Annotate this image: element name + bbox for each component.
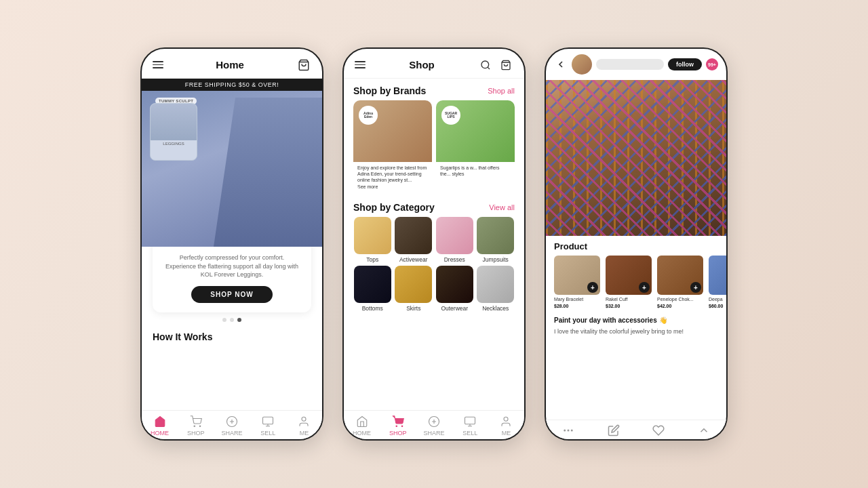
penelope-add[interactable]: + bbox=[690, 282, 701, 293]
category-bottoms[interactable]: Bottoms bbox=[353, 266, 392, 312]
brands-list: AdinaEden Enjoy and explore the latest f… bbox=[344, 100, 524, 195]
skirts-img bbox=[395, 266, 432, 303]
cart-icon[interactable] bbox=[296, 58, 311, 73]
svg-point-9 bbox=[302, 417, 306, 421]
profile-content: Product + Mary Bracelet $28.00 + Rakel C… bbox=[546, 80, 726, 420]
brand-card-adina[interactable]: AdinaEden Enjoy and explore the latest f… bbox=[353, 100, 432, 188]
activewear-label: Activewear bbox=[399, 256, 428, 263]
nav-sell[interactable]: SELL bbox=[250, 415, 286, 436]
product-mary-bracelet[interactable]: + Mary Bracelet $28.00 bbox=[554, 256, 600, 308]
svg-point-14 bbox=[401, 426, 403, 427]
category-tops[interactable]: Tops bbox=[353, 217, 392, 263]
profile-bottom-nav bbox=[546, 420, 726, 439]
product-penelope[interactable]: + Penelope Chok... $42.00 bbox=[657, 256, 703, 308]
home-topbar: Home bbox=[142, 49, 322, 79]
category-skirts[interactable]: Skirts bbox=[395, 266, 433, 312]
brand-logo-adina: AdinaEden bbox=[359, 106, 378, 125]
mary-bracelet-price: $28.00 bbox=[554, 304, 600, 308]
notification-badge[interactable]: 99+ bbox=[706, 58, 718, 70]
category-header: Shop by Category View all bbox=[344, 195, 524, 217]
shop-me-nav-icon bbox=[499, 415, 513, 428]
nav-home[interactable]: HOME bbox=[142, 415, 178, 436]
dot-1[interactable] bbox=[222, 318, 226, 322]
penelope-name: Penelope Chok... bbox=[657, 297, 703, 302]
hero-small-card[interactable]: LEGGINGS bbox=[150, 103, 197, 161]
category-jumpsuits[interactable]: Jumpsuits bbox=[477, 217, 515, 263]
nav-shop-label: SHOP bbox=[187, 430, 205, 436]
shop-nav-sell[interactable]: SELL bbox=[452, 415, 488, 436]
deepa-img: + bbox=[709, 256, 726, 295]
shop-nav-share-label: SHARE bbox=[424, 430, 445, 436]
necklaces-label: Necklaces bbox=[482, 305, 509, 312]
shop-home-nav-icon bbox=[355, 415, 369, 428]
search-icon[interactable] bbox=[478, 58, 493, 73]
edit-button[interactable] bbox=[591, 424, 637, 436]
brands-header: Shop by Brands Shop all bbox=[344, 79, 524, 100]
nav-sell-label: SELL bbox=[260, 430, 275, 436]
profile-avatar[interactable] bbox=[572, 54, 592, 75]
jumpsuits-label: Jumpsuits bbox=[483, 256, 509, 263]
nav-me[interactable]: ME bbox=[286, 415, 322, 436]
back-button[interactable] bbox=[554, 58, 568, 71]
top-button[interactable] bbox=[682, 424, 727, 436]
penelope-img: + bbox=[657, 256, 703, 295]
mary-bracelet-add[interactable]: + bbox=[587, 282, 598, 293]
see-more-adina[interactable]: See more bbox=[353, 184, 432, 188]
category-activewear[interactable]: Activewear bbox=[395, 217, 433, 263]
nav-shop[interactable]: SHOP bbox=[178, 415, 214, 436]
penelope-price: $42.00 bbox=[657, 304, 703, 308]
category-view-all[interactable]: View all bbox=[489, 203, 515, 211]
nav-share-label: SHARE bbox=[222, 430, 243, 436]
skirts-label: Skirts bbox=[406, 305, 420, 312]
shop-nav-share[interactable]: SHARE bbox=[416, 415, 452, 436]
svg-point-22 bbox=[564, 430, 566, 432]
nav-share[interactable]: SHARE bbox=[214, 415, 250, 436]
shop-nav-sell-label: SELL bbox=[462, 430, 477, 436]
brand-card-sugarlips[interactable]: SUGARLIPS Sugarlips is a w... that offer… bbox=[436, 100, 515, 188]
shop-shop-nav-icon bbox=[391, 415, 405, 428]
sell-nav-icon bbox=[261, 415, 275, 428]
menu-icon[interactable] bbox=[153, 61, 163, 68]
brand-desc-sugarlips: Sugarlips is a w... that offers the... s… bbox=[436, 162, 515, 178]
phone-shop: Shop Shop by Brands Shop all bbox=[342, 47, 526, 441]
post-text: Paint your day with accessories 👋 bbox=[546, 314, 726, 327]
brand-logo-sugarlips: SUGARLIPS bbox=[441, 106, 460, 125]
shop-nav-me[interactable]: ME bbox=[488, 415, 524, 436]
category-outerwear[interactable]: Outerwear bbox=[435, 266, 474, 312]
shop-nav-home[interactable]: HOME bbox=[344, 415, 380, 436]
hero-bg: TUMMY SCULPT LEGGINGS KOL FOREVER bbox=[142, 91, 322, 247]
rakel-cuff-add[interactable]: + bbox=[639, 282, 650, 293]
shop-nav-home-label: HOME bbox=[353, 430, 371, 436]
dot-2[interactable] bbox=[230, 318, 234, 322]
brands-shop-all[interactable]: Shop all bbox=[488, 87, 515, 95]
more-button[interactable] bbox=[546, 424, 591, 436]
rakel-cuff-price: $32.00 bbox=[606, 304, 652, 308]
shop-nav-icon bbox=[189, 415, 203, 428]
product-list: + Mary Bracelet $28.00 + Rakel Cuff $32.… bbox=[546, 256, 726, 314]
svg-line-11 bbox=[488, 67, 490, 69]
rakel-cuff-name: Rakel Cuff bbox=[606, 297, 652, 302]
tops-label: Tops bbox=[366, 256, 378, 263]
dot-3[interactable] bbox=[237, 318, 241, 322]
profile-name-bar bbox=[596, 59, 664, 70]
follow-button[interactable]: follow bbox=[668, 58, 702, 70]
hero-small-img bbox=[151, 104, 197, 140]
shop-nav-shop[interactable]: SHOP bbox=[380, 415, 416, 436]
category-dresses[interactable]: Dresses bbox=[435, 217, 474, 263]
hero-section: TUMMY SCULPT LEGGINGS KOL FOREVER bbox=[142, 91, 322, 247]
product-deepa[interactable]: + Deepa $60.00 bbox=[709, 256, 726, 308]
like-button[interactable] bbox=[636, 424, 682, 436]
shop-cart-icon[interactable] bbox=[498, 58, 513, 73]
category-necklaces[interactable]: Necklaces bbox=[477, 266, 515, 312]
brand-desc-adina: Enjoy and explore the latest from Adina … bbox=[353, 162, 432, 184]
product-rakel-cuff[interactable]: + Rakel Cuff $32.00 bbox=[606, 256, 652, 308]
jumpsuits-img bbox=[477, 217, 514, 254]
how-it-works-heading: How It Works bbox=[142, 325, 322, 345]
svg-point-13 bbox=[396, 426, 397, 427]
hero-figure bbox=[214, 98, 322, 247]
svg-point-24 bbox=[571, 430, 573, 432]
home-title: Home bbox=[216, 59, 244, 70]
shop-menu-icon[interactable] bbox=[355, 61, 366, 68]
activewear-img bbox=[395, 217, 432, 254]
shop-now-button[interactable]: SHOP NOW bbox=[191, 286, 272, 303]
